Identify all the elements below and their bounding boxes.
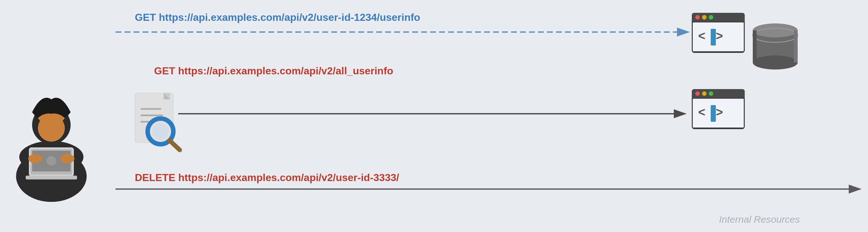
svg-point-28 xyxy=(702,15,707,20)
svg-point-46 xyxy=(753,55,798,70)
svg-text:>: > xyxy=(716,29,723,43)
svg-rect-48 xyxy=(753,31,756,63)
svg-point-39 xyxy=(709,91,713,96)
svg-rect-32 xyxy=(711,29,716,45)
svg-point-11 xyxy=(60,154,74,163)
svg-point-37 xyxy=(695,91,700,96)
delete-label: DELETE https://api.examples.com/api/v2/u… xyxy=(135,172,399,183)
diagram-container: < > < > xyxy=(0,0,868,232)
diagram-svg: < > < > xyxy=(0,0,868,232)
svg-rect-42 xyxy=(711,105,716,122)
svg-text:>: > xyxy=(716,106,723,119)
svg-point-38 xyxy=(702,91,707,96)
svg-point-27 xyxy=(695,15,700,20)
svg-text:<: < xyxy=(698,106,705,119)
svg-point-19 xyxy=(152,123,169,140)
internal-resources-label: Internal Resources xyxy=(719,214,800,225)
svg-point-9 xyxy=(46,156,56,166)
svg-text:<: < xyxy=(698,29,705,43)
get2-label: GET https://api.examples.com/api/v2/all_… xyxy=(154,65,393,77)
svg-point-10 xyxy=(28,154,42,163)
svg-rect-26 xyxy=(692,17,745,22)
svg-rect-49 xyxy=(794,31,798,63)
svg-point-29 xyxy=(709,15,713,20)
get1-label: GET https://api.examples.com/api/v2/user… xyxy=(135,11,420,23)
svg-rect-36 xyxy=(692,94,745,98)
svg-rect-8 xyxy=(26,176,77,180)
